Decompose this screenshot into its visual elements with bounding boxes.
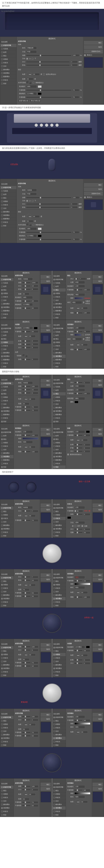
reset-button[interactable]: 复位为默认值 xyxy=(30,99,41,102)
layer-style-panel-11b: 图层样式 混合选项 斜面和浮雕 描边 内阴影 内发光 光泽 颜色叠加 渐变叠加 … xyxy=(52,778,104,817)
style-inner-shadow[interactable]: 内阴影 xyxy=(0,58,16,61)
style-pattern-ov[interactable]: 图案叠加 xyxy=(0,75,16,79)
step-13c-text: 接着是中间的小按钮 xyxy=(0,369,104,375)
layer-style-panel-7a: 图层样式 混合选项 斜面和浮雕 描边 内阴影 内发光 光泽 颜色叠加 渐变叠加 … xyxy=(0,499,52,538)
layer-style-panel-6a: 图层样式 混合选项 斜面和浮雕 纹理 描边 内阴影 内发光 光泽 颜色叠加 渐变… xyxy=(0,424,52,469)
illustration-bigknob-1 xyxy=(0,538,104,569)
red-note: 做出一点立体 xyxy=(79,480,90,483)
cancel-button[interactable]: 取消 xyxy=(84,45,103,49)
style-outer-glow[interactable]: 外发光 xyxy=(0,79,16,82)
illustration-bigknob-3: 复制A错 xyxy=(0,677,104,709)
layer-style-panel-4b: 图层样式 混合选项 斜面和浮雕 等高线 纹理 描边 内阴影 内发光 光泽 颜色叠… xyxy=(52,320,104,369)
style-grad-ov[interactable]: 渐变叠加 xyxy=(0,71,16,75)
illustration-bigknob-4 xyxy=(0,747,104,778)
red-note: 复制A错 xyxy=(21,701,28,704)
illustration-dark xyxy=(0,243,104,271)
angle-dial[interactable] xyxy=(26,72,32,77)
step-12-text: 12.下来我们来画下中间的显示框，如何样式以后还要修右上角和左下角分别加深一下颜… xyxy=(0,0,104,9)
red-note: 冷和在一起 xyxy=(84,616,94,619)
illustration-bigknob-2: 冷和在一起 xyxy=(0,608,104,639)
bevel-settings: 斜面和浮雕 结构 样式浮雕效果 方法平滑 深度100% 方向上下 大小4像素 软… xyxy=(16,37,83,104)
illustration-display: by projects@twd xyxy=(0,9,104,37)
new-style-button[interactable]: 新建样式(W)... xyxy=(84,50,103,53)
layer-style-panel-5a: 图层样式 混合选项 斜面和浮雕 等高线 纹理 描边 内阴影 内发光 光泽 颜色叠… xyxy=(0,375,52,424)
layer-style-panel-8a: 图层样式 混合选项 斜面和浮雕 描边 内阴影 内发光 光泽 颜色叠加 渐变叠加 … xyxy=(0,569,52,608)
ok-button[interactable]: 确定 xyxy=(84,41,103,44)
layer-style-panel-1: 图层样式 混合选项 斜面和浮雕 等高线 纹理 描边 内阴影 内发光 光泽 颜色叠… xyxy=(0,37,104,105)
style-texture[interactable]: 纹理 xyxy=(0,51,16,54)
layer-style-panel-5b: 图层样式 混合选项 斜面和浮雕 等高线 纹理 描边 内阴影 内发光 光泽 颜色叠… xyxy=(52,375,104,424)
layer-style-panel-7b: 图层样式 混合选项 斜面和浮雕 描边 内阴影 内发光 光泽 颜色叠加 渐变叠加 … xyxy=(52,499,104,538)
layer-style-panel-10b: 图层样式 混合选项 斜面和浮雕 描边 内阴影 内发光 光泽 颜色叠加 渐变叠加 … xyxy=(52,709,104,747)
style-select[interactable]: 浮雕效果 xyxy=(26,46,37,50)
gloss-contour[interactable] xyxy=(26,81,32,84)
illustration-radio xyxy=(0,111,104,145)
illustration-button: #2f1d3b xyxy=(0,151,104,179)
layer-style-panel-6b: 图层样式 混合选项 斜面和浮雕 纹理 描边 内阴影 内发光 光泽 颜色叠加 渐变… xyxy=(52,424,104,469)
style-satin[interactable]: 光泽 xyxy=(0,65,16,68)
layer-style-panel-2: 图层样式 混合选项 斜面和浮雕 等高线 纹理 描边 内阴影 内发光 光泽 颜色叠… xyxy=(0,179,104,243)
layer-style-panel-8b: 图层样式 混合选项 斜面和浮雕 描边 内阴影 内发光 光泽 颜色叠加 渐变叠加 … xyxy=(52,569,104,608)
tech-select[interactable]: 平滑 xyxy=(26,50,37,53)
panel-title: 图层样式 xyxy=(48,37,56,40)
color-note: #2f1d3b xyxy=(10,163,18,166)
style-bevel[interactable]: 斜面和浮雕 xyxy=(0,44,16,47)
depth-slider[interactable] xyxy=(26,55,71,56)
layer-style-panel-11a: 图层样式 混合选项 斜面和浮雕 描边 内阴影 内发光 光泽 颜色叠加 渐变叠加 … xyxy=(0,778,52,817)
layer-style-panel-9a: 图层样式 混合选项 斜面和浮雕 描边 内阴影 内发光 光泽 颜色叠加 渐变叠加 … xyxy=(0,639,52,677)
knob-text: 现在是按钮了 xyxy=(0,469,104,475)
watermark: by projects@twd xyxy=(1,10,14,12)
default-button[interactable]: 设置为默认值 xyxy=(18,99,29,102)
layer-style-panel-10a: 图层样式 混合选项 斜面和浮雕 描边 内阴影 内发光 光泽 颜色叠加 渐变叠加 … xyxy=(0,709,52,747)
illustration-knobs: 做出一点立体 xyxy=(0,475,104,499)
layer-style-panel-4a: 图层样式 混合选项 斜面和浮雕 等高线 纹理 描边 内阴影 内发光 光泽 颜色叠… xyxy=(0,320,52,369)
style-inner-glow[interactable]: 内发光 xyxy=(0,61,16,65)
style-color-ov[interactable]: 颜色叠加 xyxy=(0,68,16,71)
style-drop-shadow[interactable]: 投影 xyxy=(0,82,16,85)
preview-box xyxy=(84,57,103,68)
layer-style-panel-3a: 图层样式 混合选项 斜面和浮雕 等高线 纹理 描边 内阴影 内发光 光泽 颜色叠… xyxy=(0,271,52,320)
step-13-text: 13.这一步我们开始做这个主体遮加按钮和底板 xyxy=(0,105,104,111)
styles-list: 混合选项 斜面和浮雕 等高线 纹理 描边 内阴影 内发光 光泽 颜色叠加 渐变叠… xyxy=(0,37,16,104)
depth-input[interactable]: 100 xyxy=(72,54,79,57)
style-contour[interactable]: 等高线 xyxy=(0,47,16,51)
layer-style-panel-9b: 图层样式 混合选项 斜面和浮雕 描边 内阴影 内发光 光泽 颜色叠加 渐变叠加 … xyxy=(52,639,104,677)
layer-style-panel-3b: 图层样式 混合选项 斜面和浮雕 等高线 纹理 描边 内阴影 内发光 光泽 颜色叠… xyxy=(52,271,104,320)
red-note: #6d6d6d xyxy=(84,298,90,299)
style-stroke[interactable]: 描边 xyxy=(0,54,16,58)
step-13b-text: 值几些拉遮层还是要在按钮的上下顶加一点深色，仔细看是可以看得出来的 xyxy=(0,145,104,151)
style-blend[interactable]: 混合选项 xyxy=(0,40,16,44)
